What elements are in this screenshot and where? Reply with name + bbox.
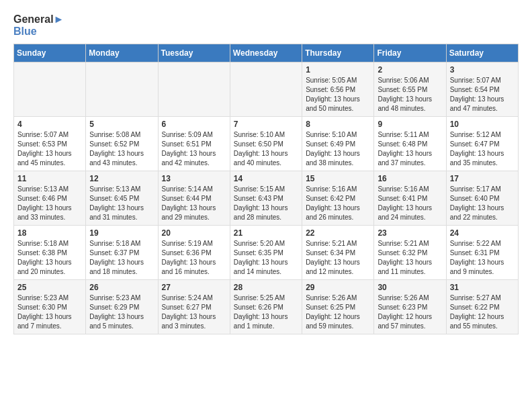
calendar-cell: 6Sunrise: 5:09 AM Sunset: 6:51 PM Daylig… [158, 117, 230, 171]
calendar-cell: 1Sunrise: 5:05 AM Sunset: 6:56 PM Daylig… [302, 62, 374, 117]
calendar-cell: 5Sunrise: 5:08 AM Sunset: 6:52 PM Daylig… [86, 117, 158, 171]
day-number: 10 [450, 120, 515, 129]
day-info: Sunrise: 5:18 AM Sunset: 6:38 PM Dayligh… [17, 239, 82, 277]
day-number: 7 [234, 120, 298, 129]
calendar-cell: 22Sunrise: 5:21 AM Sunset: 6:34 PM Dayli… [302, 226, 374, 280]
day-info: Sunrise: 5:23 AM Sunset: 6:29 PM Dayligh… [89, 293, 154, 331]
calendar-week-row: 1Sunrise: 5:05 AM Sunset: 6:56 PM Daylig… [14, 62, 519, 117]
day-number: 19 [89, 228, 154, 238]
day-info: Sunrise: 5:15 AM Sunset: 6:43 PM Dayligh… [234, 185, 298, 222]
day-info: Sunrise: 5:13 AM Sunset: 6:45 PM Dayligh… [89, 185, 154, 222]
calendar-cell: 31Sunrise: 5:27 AM Sunset: 6:22 PM Dayli… [446, 280, 518, 334]
day-info: Sunrise: 5:18 AM Sunset: 6:37 PM Dayligh… [89, 239, 154, 277]
day-number: 1 [306, 65, 370, 75]
day-number: 26 [89, 283, 154, 292]
weekday-header: Friday [374, 44, 446, 62]
calendar-cell: 7Sunrise: 5:10 AM Sunset: 6:50 PM Daylig… [230, 117, 302, 171]
weekday-header: Thursday [302, 44, 374, 62]
calendar-week-row: 18Sunrise: 5:18 AM Sunset: 6:38 PM Dayli… [14, 226, 519, 280]
calendar-cell: 19Sunrise: 5:18 AM Sunset: 6:37 PM Dayli… [86, 226, 158, 280]
weekday-header: Saturday [446, 44, 518, 62]
calendar-cell: 27Sunrise: 5:24 AM Sunset: 6:27 PM Dayli… [158, 280, 230, 334]
day-info: Sunrise: 5:10 AM Sunset: 6:50 PM Dayligh… [234, 130, 298, 168]
calendar-cell: 3Sunrise: 5:07 AM Sunset: 6:54 PM Daylig… [446, 62, 518, 117]
calendar-cell [158, 62, 230, 117]
calendar-body: 1Sunrise: 5:05 AM Sunset: 6:56 PM Daylig… [14, 62, 519, 334]
day-info: Sunrise: 5:05 AM Sunset: 6:56 PM Dayligh… [306, 76, 370, 113]
calendar-cell: 24Sunrise: 5:22 AM Sunset: 6:31 PM Dayli… [446, 226, 518, 280]
day-number: 20 [162, 228, 226, 238]
day-info: Sunrise: 5:10 AM Sunset: 6:49 PM Dayligh… [306, 130, 370, 168]
calendar-cell: 2Sunrise: 5:06 AM Sunset: 6:55 PM Daylig… [374, 62, 446, 117]
day-number: 8 [306, 120, 370, 129]
day-number: 9 [378, 120, 442, 129]
day-info: Sunrise: 5:24 AM Sunset: 6:27 PM Dayligh… [162, 293, 226, 331]
day-info: Sunrise: 5:13 AM Sunset: 6:46 PM Dayligh… [17, 185, 82, 222]
day-info: Sunrise: 5:11 AM Sunset: 6:48 PM Dayligh… [378, 130, 442, 168]
page-header: General► Blue [13, 13, 519, 37]
day-info: Sunrise: 5:07 AM Sunset: 6:54 PM Dayligh… [450, 76, 515, 113]
day-info: Sunrise: 5:16 AM Sunset: 6:41 PM Dayligh… [378, 185, 442, 222]
weekday-header: Tuesday [158, 44, 230, 62]
weekday-header: Wednesday [230, 44, 302, 62]
calendar-cell: 26Sunrise: 5:23 AM Sunset: 6:29 PM Dayli… [86, 280, 158, 334]
calendar-cell: 15Sunrise: 5:16 AM Sunset: 6:42 PM Dayli… [302, 171, 374, 226]
calendar-cell: 21Sunrise: 5:20 AM Sunset: 6:35 PM Dayli… [230, 226, 302, 280]
calendar-cell: 18Sunrise: 5:18 AM Sunset: 6:38 PM Dayli… [14, 226, 86, 280]
day-number: 24 [450, 228, 515, 238]
day-number: 13 [162, 174, 226, 183]
day-info: Sunrise: 5:17 AM Sunset: 6:40 PM Dayligh… [450, 185, 515, 222]
calendar-cell: 30Sunrise: 5:26 AM Sunset: 6:23 PM Dayli… [374, 280, 446, 334]
calendar-week-row: 11Sunrise: 5:13 AM Sunset: 6:46 PM Dayli… [14, 171, 519, 226]
day-number: 22 [306, 228, 370, 238]
day-info: Sunrise: 5:23 AM Sunset: 6:30 PM Dayligh… [17, 293, 82, 331]
calendar-week-row: 25Sunrise: 5:23 AM Sunset: 6:30 PM Dayli… [14, 280, 519, 334]
day-number: 6 [162, 120, 226, 129]
calendar-cell: 25Sunrise: 5:23 AM Sunset: 6:30 PM Dayli… [14, 280, 86, 334]
day-info: Sunrise: 5:12 AM Sunset: 6:47 PM Dayligh… [450, 130, 515, 168]
day-info: Sunrise: 5:08 AM Sunset: 6:52 PM Dayligh… [89, 130, 154, 168]
calendar-cell: 16Sunrise: 5:16 AM Sunset: 6:41 PM Dayli… [374, 171, 446, 226]
calendar-cell: 13Sunrise: 5:14 AM Sunset: 6:44 PM Dayli… [158, 171, 230, 226]
day-info: Sunrise: 5:21 AM Sunset: 6:32 PM Dayligh… [378, 239, 442, 277]
calendar-cell: 9Sunrise: 5:11 AM Sunset: 6:48 PM Daylig… [374, 117, 446, 171]
day-number: 15 [306, 174, 370, 183]
day-number: 12 [89, 174, 154, 183]
day-info: Sunrise: 5:16 AM Sunset: 6:42 PM Dayligh… [306, 185, 370, 222]
day-number: 25 [17, 283, 82, 292]
day-info: Sunrise: 5:21 AM Sunset: 6:34 PM Dayligh… [306, 239, 370, 277]
day-number: 5 [89, 120, 154, 129]
calendar-cell: 17Sunrise: 5:17 AM Sunset: 6:40 PM Dayli… [446, 171, 518, 226]
weekday-header: Monday [86, 44, 158, 62]
calendar-cell: 8Sunrise: 5:10 AM Sunset: 6:49 PM Daylig… [302, 117, 374, 171]
calendar-cell: 10Sunrise: 5:12 AM Sunset: 6:47 PM Dayli… [446, 117, 518, 171]
day-number: 3 [450, 65, 515, 75]
day-info: Sunrise: 5:22 AM Sunset: 6:31 PM Dayligh… [450, 239, 515, 277]
header-row: SundayMondayTuesdayWednesdayThursdayFrid… [14, 44, 519, 62]
calendar-cell: 12Sunrise: 5:13 AM Sunset: 6:45 PM Dayli… [86, 171, 158, 226]
day-number: 18 [17, 228, 82, 238]
logo: General► Blue [13, 13, 64, 37]
day-number: 29 [306, 283, 370, 292]
day-number: 27 [162, 283, 226, 292]
calendar-cell: 28Sunrise: 5:25 AM Sunset: 6:26 PM Dayli… [230, 280, 302, 334]
calendar-cell: 14Sunrise: 5:15 AM Sunset: 6:43 PM Dayli… [230, 171, 302, 226]
day-info: Sunrise: 5:27 AM Sunset: 6:22 PM Dayligh… [450, 293, 515, 331]
calendar-cell [230, 62, 302, 117]
calendar-week-row: 4Sunrise: 5:07 AM Sunset: 6:53 PM Daylig… [14, 117, 519, 171]
day-info: Sunrise: 5:26 AM Sunset: 6:23 PM Dayligh… [378, 293, 442, 331]
day-info: Sunrise: 5:19 AM Sunset: 6:36 PM Dayligh… [162, 239, 226, 277]
day-number: 4 [17, 120, 82, 129]
day-number: 14 [234, 174, 298, 183]
day-number: 28 [234, 283, 298, 292]
calendar-header: SundayMondayTuesdayWednesdayThursdayFrid… [14, 44, 519, 62]
calendar-cell: 29Sunrise: 5:26 AM Sunset: 6:25 PM Dayli… [302, 280, 374, 334]
day-number: 30 [378, 283, 442, 292]
calendar-cell [14, 62, 86, 117]
day-number: 2 [378, 65, 442, 75]
day-number: 23 [378, 228, 442, 238]
day-info: Sunrise: 5:20 AM Sunset: 6:35 PM Dayligh… [234, 239, 298, 277]
calendar-table: SundayMondayTuesdayWednesdayThursdayFrid… [13, 44, 519, 334]
day-info: Sunrise: 5:07 AM Sunset: 6:53 PM Dayligh… [17, 130, 82, 168]
day-number: 17 [450, 174, 515, 183]
